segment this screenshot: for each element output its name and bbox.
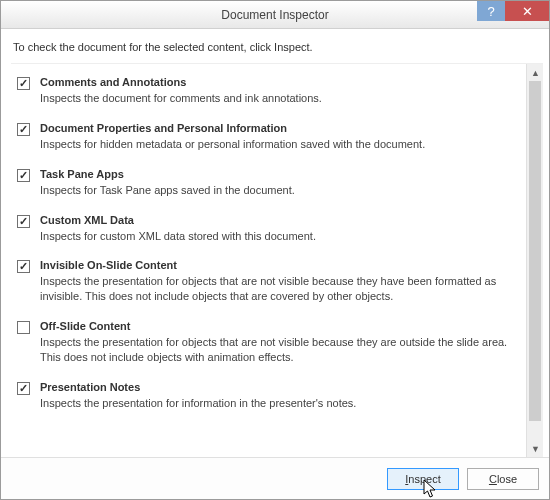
content-area: Comments and AnnotationsInspects the doc… bbox=[11, 63, 543, 457]
inspect-button-label: Inspect bbox=[405, 473, 440, 485]
option-title: Presentation Notes bbox=[40, 381, 518, 393]
option-title: Document Properties and Personal Informa… bbox=[40, 122, 518, 134]
titlebar: Document Inspector ? ✕ bbox=[1, 1, 549, 29]
inspect-button[interactable]: Inspect bbox=[387, 468, 459, 490]
scroll-up-arrow-icon[interactable]: ▲ bbox=[527, 64, 543, 81]
option-checkbox[interactable] bbox=[17, 260, 30, 273]
option-description: Inspects the presentation for objects th… bbox=[40, 274, 518, 304]
window-title: Document Inspector bbox=[221, 8, 328, 22]
option-checkbox[interactable] bbox=[17, 321, 30, 334]
option-title: Custom XML Data bbox=[40, 214, 518, 226]
option-description: Inspects the document for comments and i… bbox=[40, 91, 518, 106]
option-text: Document Properties and Personal Informa… bbox=[40, 122, 518, 152]
option-checkbox[interactable] bbox=[17, 215, 30, 228]
option-title: Off-Slide Content bbox=[40, 320, 518, 332]
option-checkbox[interactable] bbox=[17, 123, 30, 136]
close-button-label: Close bbox=[489, 473, 517, 485]
inspector-option: Task Pane AppsInspects for Task Pane app… bbox=[13, 162, 522, 208]
options-list: Comments and AnnotationsInspects the doc… bbox=[11, 64, 526, 457]
option-text: Presentation NotesInspects the presentat… bbox=[40, 381, 518, 411]
option-checkbox[interactable] bbox=[17, 382, 30, 395]
option-text: Off-Slide ContentInspects the presentati… bbox=[40, 320, 518, 365]
option-description: Inspects for hidden metadata or personal… bbox=[40, 137, 518, 152]
inspector-option: Presentation NotesInspects the presentat… bbox=[13, 375, 522, 421]
option-checkbox[interactable] bbox=[17, 169, 30, 182]
option-text: Task Pane AppsInspects for Task Pane app… bbox=[40, 168, 518, 198]
option-description: Inspects for Task Pane apps saved in the… bbox=[40, 183, 518, 198]
titlebar-controls: ? ✕ bbox=[477, 1, 549, 28]
scroll-down-arrow-icon[interactable]: ▼ bbox=[527, 440, 543, 457]
option-title: Task Pane Apps bbox=[40, 168, 518, 180]
option-description: Inspects the presentation for informatio… bbox=[40, 396, 518, 411]
inspector-option: Off-Slide ContentInspects the presentati… bbox=[13, 314, 522, 375]
scrollbar-thumb[interactable] bbox=[529, 81, 541, 421]
inspector-option: Document Properties and Personal Informa… bbox=[13, 116, 522, 162]
option-text: Custom XML DataInspects for custom XML d… bbox=[40, 214, 518, 244]
help-button[interactable]: ? bbox=[477, 1, 505, 21]
instruction-text: To check the document for the selected c… bbox=[1, 29, 549, 63]
option-description: Inspects the presentation for objects th… bbox=[40, 335, 518, 365]
inspector-option: Comments and AnnotationsInspects the doc… bbox=[13, 70, 522, 116]
help-icon: ? bbox=[487, 4, 494, 19]
close-button[interactable]: Close bbox=[467, 468, 539, 490]
option-text: Comments and AnnotationsInspects the doc… bbox=[40, 76, 518, 106]
option-title: Comments and Annotations bbox=[40, 76, 518, 88]
scrollbar[interactable]: ▲ ▼ bbox=[526, 64, 543, 457]
inspector-option: Custom XML DataInspects for custom XML d… bbox=[13, 208, 522, 254]
document-inspector-dialog: Document Inspector ? ✕ To check the docu… bbox=[0, 0, 550, 500]
option-description: Inspects for custom XML data stored with… bbox=[40, 229, 518, 244]
option-checkbox[interactable] bbox=[17, 77, 30, 90]
inspector-option: Invisible On-Slide ContentInspects the p… bbox=[13, 253, 522, 314]
dialog-footer: Inspect Close bbox=[1, 457, 549, 499]
close-icon: ✕ bbox=[522, 4, 533, 19]
close-window-button[interactable]: ✕ bbox=[505, 1, 549, 21]
option-text: Invisible On-Slide ContentInspects the p… bbox=[40, 259, 518, 304]
option-title: Invisible On-Slide Content bbox=[40, 259, 518, 271]
